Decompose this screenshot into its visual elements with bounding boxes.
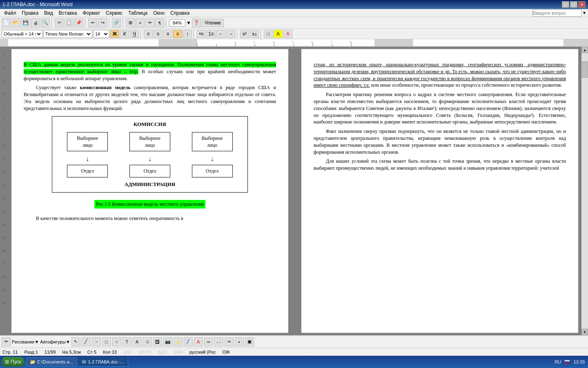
align-justify-icon[interactable]: ≡ — [173, 30, 182, 38]
font-color-icon[interactable]: A — [283, 30, 292, 38]
draw-icon[interactable]: ✏ — [2, 337, 11, 346]
diagram-icon-tool[interactable]: ◇ — [143, 337, 152, 346]
paste-icon[interactable]: 📌 — [74, 18, 83, 27]
border-icon[interactable]: □ — [264, 30, 273, 38]
figure-caption: Рис.1.6 Комиссионная модель местного упр… — [24, 197, 276, 212]
bold-button[interactable]: Ж — [110, 30, 119, 38]
dash-style-icon[interactable]: - - — [214, 337, 223, 346]
copy-icon[interactable]: 📋 — [65, 18, 74, 27]
taskbar-item-word[interactable]: W 1-2 ГЛАВА.doc -... — [78, 357, 128, 366]
increase-indent-icon[interactable]: → — [226, 30, 235, 38]
scroll-track[interactable] — [581, 53, 588, 329]
wordart-icon[interactable]: A — [133, 337, 142, 346]
scroll-thumb[interactable] — [582, 61, 588, 78]
picture-icon[interactable]: 📷 — [163, 337, 172, 346]
redo-icon[interactable]: ↪ — [98, 18, 107, 27]
help-search-btn[interactable]: ▼ — [582, 11, 586, 15]
align-left-icon[interactable]: ≡ — [144, 30, 153, 38]
line-spacing-icon[interactable]: ↕ — [183, 30, 192, 38]
open-icon[interactable]: 📂 — [11, 18, 20, 27]
cursor-icon[interactable]: ↖ — [71, 337, 80, 346]
right-scrollbar[interactable]: ▲ ▼ — [581, 47, 588, 335]
taskbar: ⊞ Пуск 📁 C:\Documents a... W 1-2 ГЛАВА.d… — [0, 356, 588, 368]
help-search[interactable] — [532, 9, 581, 17]
align-center-icon[interactable]: ≡ — [154, 30, 163, 38]
arrow-icon[interactable]: → — [92, 337, 101, 346]
help-icon[interactable]: ❓ — [192, 18, 201, 27]
menu-help[interactable]: Справка — [168, 10, 192, 16]
line-color-icon[interactable]: ╱ — [184, 337, 193, 346]
bullets-icon[interactable]: •≡ — [197, 30, 206, 38]
word-label: 1-2 ГЛАВА.doc -... — [88, 359, 125, 364]
highlight-icon[interactable]: A — [274, 30, 283, 38]
menu-tools[interactable]: Сервис — [103, 10, 125, 16]
status-page: Стр. 11 — [2, 350, 18, 355]
save-icon[interactable]: 💾 — [21, 18, 30, 27]
close-button[interactable]: ✕ — [578, 1, 586, 8]
style-dropdown[interactable]: Обычный + 14 m — [2, 30, 42, 38]
font-color-tool-icon[interactable]: A — [194, 337, 203, 346]
scroll-up-button[interactable]: ▲ — [581, 47, 588, 53]
drawing-icon[interactable]: ✏ — [145, 18, 154, 27]
taskbar-right: RU 🇷🇺 13:39 — [555, 359, 586, 365]
textbox-icon[interactable]: T — [122, 337, 131, 346]
title-bar: 1-2 ГЛАВА.doc - Microsoft Word ─ □ ✕ — [0, 0, 588, 9]
hyperlink-icon[interactable]: 🔗 — [112, 18, 121, 27]
oval-icon[interactable]: ○ — [112, 337, 121, 346]
columns-icon[interactable]: ≡ — [136, 18, 145, 27]
italic-button[interactable]: К — [120, 30, 129, 38]
fill-color-icon[interactable]: ▲ — [174, 337, 183, 346]
status-language: русский (Рос — [189, 350, 216, 355]
numbering-icon[interactable]: 1≡ — [207, 30, 216, 38]
diagram-box-1: Выборноелицо — [67, 132, 108, 152]
menu-table[interactable]: Таблица — [126, 10, 150, 16]
sep5 — [166, 18, 167, 27]
drawing-label[interactable]: Рисование▼ — [12, 339, 39, 344]
3d-icon[interactable]: ▣ — [245, 337, 254, 346]
explorer-label: C:\Documents a... — [37, 359, 73, 364]
zoom-dropdown-icon[interactable]: ▼ — [186, 20, 191, 26]
line-icon[interactable]: ╱ — [82, 337, 91, 346]
underline-button[interactable]: Ч — [130, 30, 139, 38]
menu-view[interactable]: Вид — [42, 10, 56, 16]
status-ispr: ИСПР — [139, 350, 151, 355]
sep4 — [122, 18, 124, 27]
subscript-icon[interactable]: x₂ — [250, 30, 259, 38]
menu-window[interactable]: Окно — [151, 10, 167, 16]
font-dropdown[interactable]: Times New Roman — [43, 30, 92, 38]
superscript-icon[interactable]: x² — [240, 30, 249, 38]
right-para4: Для наших условий эта схема может быть п… — [314, 158, 566, 172]
menu-bar: Файл Правка Вид Вставка Формат Сервис Та… — [0, 9, 588, 17]
decrease-indent-icon[interactable]: ← — [216, 30, 225, 38]
shadow-icon[interactable]: ▪ — [235, 337, 244, 346]
start-button[interactable]: ⊞ Пуск — [2, 357, 24, 367]
undo-icon[interactable]: ↩ — [88, 18, 97, 27]
diagram-row-depts: Отдел Отдел Отдел — [56, 165, 243, 177]
align-right-icon[interactable]: ≡ — [163, 30, 172, 38]
line-style-icon[interactable]: ═ — [204, 337, 213, 346]
preview-icon[interactable]: 🔍 — [41, 18, 50, 27]
minimize-button[interactable]: ─ — [562, 1, 569, 8]
rect-icon[interactable]: □ — [102, 337, 111, 346]
font-size-dropdown[interactable]: 14 — [93, 30, 109, 38]
print-icon[interactable]: 🖨 — [31, 18, 40, 27]
menu-insert[interactable]: Вставка — [56, 10, 80, 16]
clipart-icon[interactable]: 🖼 — [153, 337, 162, 346]
zoom-control[interactable]: ▼ — [169, 19, 191, 27]
menu-edit[interactable]: Правка — [20, 10, 41, 16]
new-icon[interactable]: 📄 — [2, 18, 11, 27]
show-para-icon[interactable]: ¶ — [155, 18, 164, 27]
table-icon[interactable]: ⊞ — [126, 18, 135, 27]
menu-file[interactable]: Файл — [2, 10, 19, 16]
maximize-button[interactable]: □ — [570, 1, 577, 8]
taskbar-item-explorer[interactable]: 📁 C:\Documents a... — [26, 357, 77, 366]
arrow-style-icon[interactable]: ⇒ — [225, 337, 234, 346]
sep-fmt — [140, 29, 142, 38]
scroll-down-button[interactable]: ▼ — [581, 329, 588, 335]
autoshapes-label[interactable]: Автофигуры▼ — [40, 339, 70, 344]
menu-format[interactable]: Формат — [80, 10, 102, 16]
zoom-input[interactable] — [169, 19, 185, 27]
cut-icon[interactable]: ✂ — [55, 18, 64, 27]
reading-button[interactable]: Чтение — [202, 19, 224, 27]
svg-rect-2 — [374, 39, 413, 46]
